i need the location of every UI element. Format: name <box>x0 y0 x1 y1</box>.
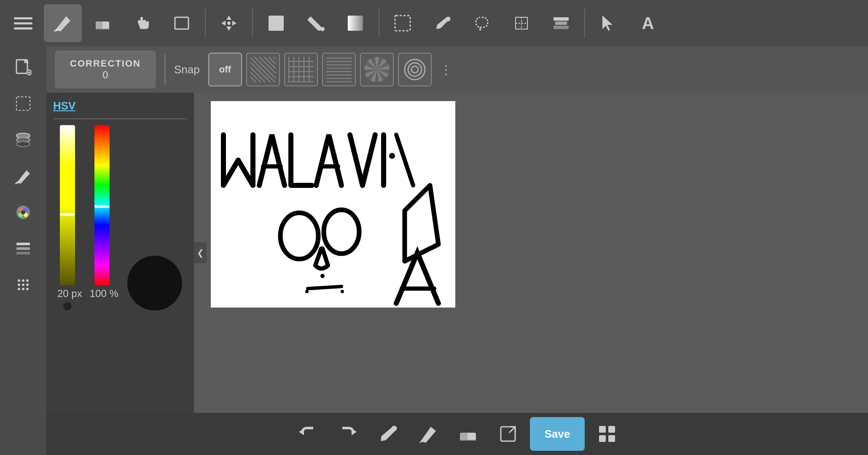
svg-point-57 <box>324 210 359 254</box>
svg-point-53 <box>408 63 422 76</box>
layer-move-tool[interactable] <box>542 4 580 42</box>
svg-point-39 <box>21 210 25 214</box>
svg-marker-61 <box>299 428 304 435</box>
svg-point-13 <box>320 27 325 31</box>
svg-rect-21 <box>554 26 569 29</box>
sub-divider <box>164 55 166 84</box>
svg-rect-68 <box>599 426 606 433</box>
pen-bottom-button[interactable] <box>410 417 446 451</box>
svg-rect-23 <box>554 17 569 21</box>
undo-button[interactable] <box>290 417 325 451</box>
svg-point-56 <box>280 213 318 259</box>
snap-label: Snap <box>174 63 200 76</box>
panel-collapse-button[interactable]: ❮ <box>194 242 207 263</box>
layers-button[interactable] <box>6 123 40 157</box>
canvas-area <box>194 93 868 413</box>
svg-point-44 <box>22 279 24 282</box>
eraser-tool[interactable] <box>83 4 121 42</box>
toolbar-divider-1 <box>205 8 206 38</box>
svg-point-63 <box>392 426 396 431</box>
snap-sunburst-button[interactable] <box>360 53 394 86</box>
new-document-button[interactable] <box>6 51 40 84</box>
collapse-icon: ❮ <box>197 248 204 258</box>
svg-point-48 <box>26 284 29 286</box>
layer-stack-button[interactable] <box>6 232 40 265</box>
svg-rect-1 <box>14 22 32 24</box>
menu-button[interactable] <box>4 4 42 42</box>
svg-point-58 <box>320 274 325 278</box>
brightness-thumb[interactable] <box>60 213 75 216</box>
svg-rect-65 <box>460 433 468 440</box>
svg-point-59 <box>305 290 309 293</box>
snap-horizontal-button[interactable] <box>322 53 356 86</box>
svg-marker-7 <box>226 16 231 20</box>
text-tool[interactable]: A <box>629 4 667 42</box>
snap-grid-pattern <box>288 57 314 82</box>
selection-rect-button[interactable] <box>6 87 40 120</box>
top-toolbar: A <box>0 0 868 46</box>
svg-point-47 <box>22 284 24 286</box>
svg-point-43 <box>18 279 20 282</box>
svg-rect-12 <box>269 16 284 31</box>
svg-rect-42 <box>16 252 30 254</box>
eyedropper-tool[interactable] <box>423 4 461 42</box>
lasso-tool[interactable] <box>463 4 501 42</box>
snap-circle-button[interactable] <box>398 53 432 86</box>
snap-more-button[interactable]: ⋮ <box>436 63 456 77</box>
export-button[interactable] <box>490 417 526 451</box>
snap-diagonal-pattern <box>250 57 276 82</box>
color-mode-label[interactable]: HSV <box>53 99 187 112</box>
color-sliders: 20 px 100 % <box>53 125 118 310</box>
svg-rect-14 <box>348 16 363 31</box>
color-preview[interactable] <box>127 256 182 310</box>
svg-rect-70 <box>599 435 606 442</box>
svg-point-46 <box>18 284 20 286</box>
rectangle-tool[interactable] <box>163 4 201 42</box>
sub-toolbar: CORRECTION 0 Snap off <box>46 46 868 93</box>
svg-point-45 <box>26 279 29 282</box>
drawing-canvas[interactable] <box>211 101 455 308</box>
pen-sidebar-button[interactable] <box>6 159 40 193</box>
fill-rect-tool[interactable] <box>257 4 295 42</box>
snap-grid-button[interactable] <box>284 53 318 86</box>
move-tool[interactable] <box>210 4 248 42</box>
palette-button[interactable] <box>6 195 40 229</box>
hue-slider[interactable] <box>94 125 110 285</box>
snap-off-button[interactable]: off <box>208 53 242 86</box>
main-area: CORRECTION 0 Snap off <box>0 46 868 455</box>
svg-rect-69 <box>608 426 615 433</box>
snap-diagonal-button[interactable] <box>246 53 280 86</box>
cut-tool[interactable] <box>503 4 540 42</box>
hand-tool[interactable] <box>123 4 161 42</box>
panel-section: ❮ HSV 20 px <box>46 93 868 413</box>
svg-point-33 <box>16 142 30 147</box>
eraser-bottom-button[interactable] <box>450 417 486 451</box>
svg-marker-62 <box>352 428 357 435</box>
pen-tool[interactable] <box>44 4 82 42</box>
save-button[interactable]: Save <box>530 417 585 451</box>
content-section: CORRECTION 0 Snap off <box>46 46 868 455</box>
redo-button[interactable] <box>330 417 365 451</box>
svg-point-50 <box>22 288 24 290</box>
brightness-slider[interactable] <box>60 125 75 285</box>
toolbar-divider-2 <box>252 8 253 38</box>
svg-rect-71 <box>608 435 615 442</box>
size-label: 20 px <box>57 288 82 300</box>
correction-value: 0 <box>102 69 108 81</box>
svg-point-16 <box>446 17 450 21</box>
grid-view-button[interactable] <box>589 417 625 451</box>
selection-tool[interactable] <box>384 4 422 42</box>
svg-rect-41 <box>16 247 30 250</box>
svg-rect-2 <box>14 27 32 29</box>
snap-circle-pattern <box>402 57 427 82</box>
hue-thumb[interactable] <box>94 205 110 208</box>
cursor-tool[interactable] <box>589 4 627 42</box>
paint-bucket-tool[interactable] <box>297 4 335 42</box>
svg-rect-30 <box>16 97 30 110</box>
gradient-tool[interactable] <box>336 4 374 42</box>
svg-marker-10 <box>232 21 236 26</box>
grid-dots-button[interactable] <box>6 268 40 302</box>
eyedropper-bottom-button[interactable] <box>370 417 406 451</box>
color-controls: 20 px 100 % <box>53 125 187 310</box>
snap-off-label: off <box>219 64 231 75</box>
